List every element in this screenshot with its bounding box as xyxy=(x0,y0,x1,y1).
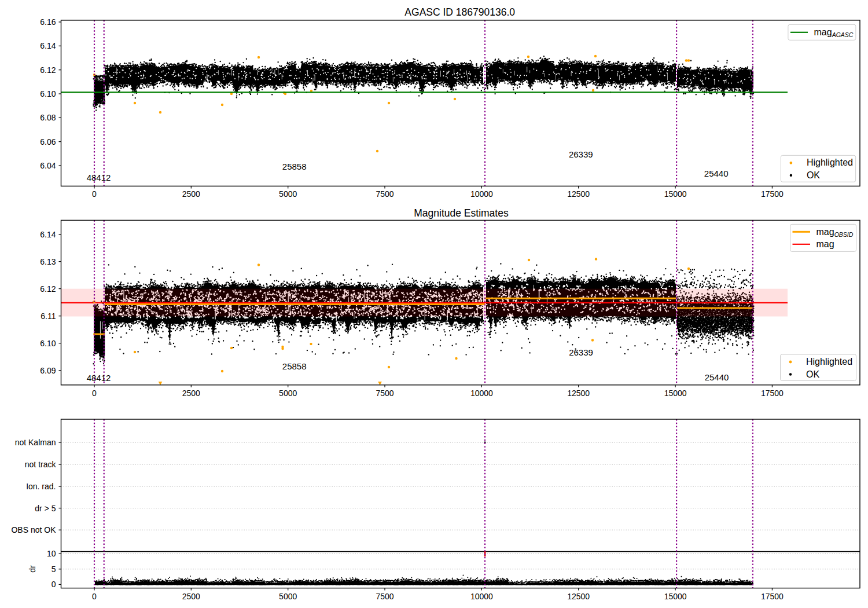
svg-text:dr > 5: dr > 5 xyxy=(35,504,56,513)
svg-text:6.11: 6.11 xyxy=(41,312,56,321)
svg-text:15000: 15000 xyxy=(664,389,687,398)
svg-text:48412: 48412 xyxy=(87,373,111,383)
svg-text:2500: 2500 xyxy=(182,189,200,199)
svg-text:not Kalman: not Kalman xyxy=(15,438,56,447)
svg-text:2500: 2500 xyxy=(182,592,200,601)
svg-text:mag: mag xyxy=(816,239,834,249)
svg-text:OBS not OK: OBS not OK xyxy=(11,525,56,534)
svg-text:7500: 7500 xyxy=(376,592,393,601)
svg-text:OK: OK xyxy=(806,369,819,379)
svg-text:6.12: 6.12 xyxy=(40,65,56,75)
svg-text:5: 5 xyxy=(52,565,56,574)
svg-text:0: 0 xyxy=(92,189,97,199)
svg-text:15000: 15000 xyxy=(664,189,687,199)
svg-text:25858: 25858 xyxy=(282,162,307,171)
svg-text:26339: 26339 xyxy=(569,347,593,357)
svg-text:26339: 26339 xyxy=(569,149,593,159)
svg-text:6.04: 6.04 xyxy=(40,161,56,170)
svg-text:10000: 10000 xyxy=(470,389,493,398)
svg-text:Ion. rad.: Ion. rad. xyxy=(26,482,56,491)
svg-text:Highlighted: Highlighted xyxy=(807,158,853,167)
svg-text:48412: 48412 xyxy=(87,173,111,182)
svg-text:Magnitude Estimates: Magnitude Estimates xyxy=(414,207,509,219)
svg-text:6.06: 6.06 xyxy=(40,137,56,146)
svg-text:6.14: 6.14 xyxy=(40,41,56,50)
svg-text:6.10: 6.10 xyxy=(40,339,56,348)
svg-text:6.09: 6.09 xyxy=(40,366,56,375)
svg-text:2500: 2500 xyxy=(182,389,200,398)
svg-text:7500: 7500 xyxy=(376,389,393,398)
svg-text:0: 0 xyxy=(92,592,97,601)
svg-text:6.16: 6.16 xyxy=(40,17,56,27)
svg-text:6.12: 6.12 xyxy=(40,284,56,294)
svg-text:17500: 17500 xyxy=(761,592,784,601)
svg-text:OK: OK xyxy=(807,170,820,180)
svg-text:6.08: 6.08 xyxy=(40,113,56,122)
svg-text:17500: 17500 xyxy=(761,389,784,398)
svg-text:6.13: 6.13 xyxy=(40,257,56,266)
svg-text:5000: 5000 xyxy=(279,592,297,601)
svg-text:25440: 25440 xyxy=(705,372,729,382)
svg-text:12500: 12500 xyxy=(567,592,590,601)
svg-text:0: 0 xyxy=(52,580,56,589)
svg-text:0: 0 xyxy=(92,389,97,398)
svg-text:AGASC ID 186790136.0: AGASC ID 186790136.0 xyxy=(404,6,515,18)
svg-text:12500: 12500 xyxy=(567,189,590,199)
svg-text:5000: 5000 xyxy=(279,389,297,398)
svg-text:Highlighted: Highlighted xyxy=(806,357,852,367)
svg-text:10000: 10000 xyxy=(470,189,493,199)
svg-text:6.10: 6.10 xyxy=(40,89,56,98)
svg-text:10000: 10000 xyxy=(470,592,493,601)
svg-text:25440: 25440 xyxy=(704,169,729,178)
svg-text:17500: 17500 xyxy=(761,189,784,199)
svg-text:dr: dr xyxy=(28,565,37,573)
svg-text:12500: 12500 xyxy=(567,389,590,398)
svg-text:not track: not track xyxy=(25,460,57,469)
svg-text:7500: 7500 xyxy=(376,189,393,199)
svg-text:25858: 25858 xyxy=(282,361,307,371)
svg-text:6.14: 6.14 xyxy=(40,230,56,239)
svg-text:10: 10 xyxy=(47,549,56,558)
svg-text:5000: 5000 xyxy=(279,189,297,199)
svg-text:15000: 15000 xyxy=(664,592,687,601)
